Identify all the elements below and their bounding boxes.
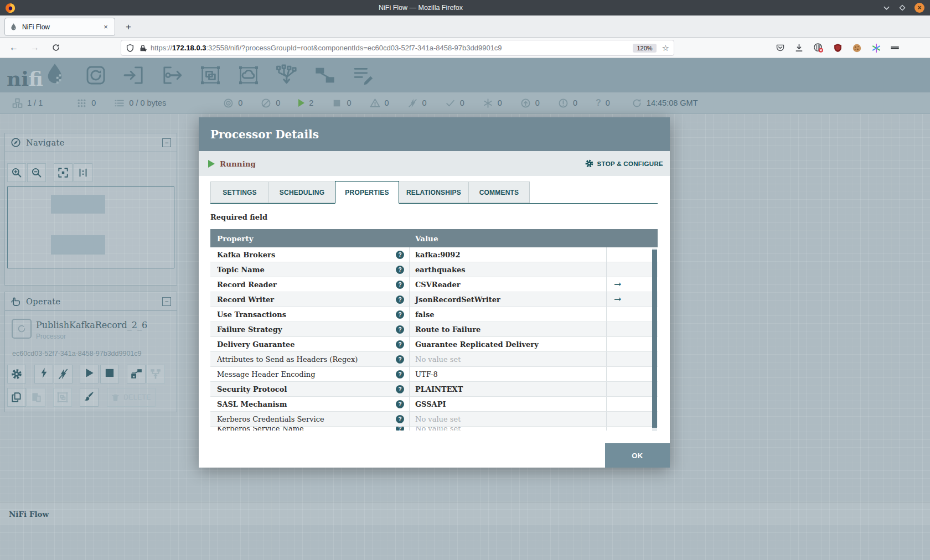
help-icon[interactable]: ? (396, 355, 404, 364)
label-icon[interactable] (352, 64, 375, 87)
tab-properties[interactable]: PROPERTIES (335, 181, 399, 204)
go-to-service-cell[interactable]: → (607, 292, 658, 307)
process-group-icon[interactable] (199, 64, 222, 87)
zoom-level-badge[interactable]: 120% (633, 44, 656, 53)
close-icon[interactable]: × (914, 3, 924, 13)
property-row[interactable]: Failure Strategy?Route to Failure (210, 322, 658, 337)
start-button[interactable] (80, 365, 99, 383)
group-button[interactable] (53, 388, 72, 407)
create-template-button[interactable] (127, 365, 146, 383)
tab-relationships[interactable]: RELATIONSHIPS (399, 182, 469, 203)
pocket-icon[interactable] (776, 43, 785, 53)
help-icon[interactable]: ? (396, 415, 404, 423)
containers-asterisk-icon[interactable] (871, 43, 881, 53)
stop-button[interactable] (100, 365, 119, 383)
url-bar[interactable]: https://172.18.0.3:32558/nifi/?processGr… (121, 40, 674, 56)
help-icon[interactable]: ? (396, 295, 404, 304)
disable-button[interactable] (54, 365, 73, 383)
property-row[interactable]: Message Header Encoding?UTF-8 (210, 367, 658, 382)
stop-and-configure-button[interactable]: STOP & CONFIGURE (585, 159, 663, 168)
bookmark-star-icon[interactable]: ☆ (662, 43, 669, 53)
property-row[interactable]: Topic Name?earthquakes (210, 262, 658, 277)
help-icon[interactable]: ? (396, 310, 404, 319)
minimize-chevron-icon[interactable] (883, 4, 890, 12)
collapse-navigate-button[interactable]: − (162, 138, 171, 147)
table-scrollbar[interactable] (652, 248, 657, 431)
property-row[interactable]: SASL Mechanism?GSSAPI (210, 397, 658, 412)
property-row[interactable]: Record Reader?CSVReader→ (210, 277, 658, 292)
go-to-service-cell[interactable]: → (607, 277, 658, 292)
birdseye-minimap[interactable] (7, 186, 174, 268)
help-icon[interactable]: ? (396, 325, 404, 334)
property-row[interactable]: Use Transactions?false (210, 307, 658, 322)
zoom-out-icon[interactable] (27, 163, 46, 182)
lock-warning-icon[interactable] (138, 44, 147, 53)
paste-button[interactable] (27, 388, 45, 407)
cookie-icon[interactable] (852, 43, 862, 53)
property-name: Record Reader? (210, 277, 410, 292)
tab-scheduling[interactable]: SCHEDULING (268, 182, 335, 203)
go-to-service-cell (607, 427, 658, 431)
navigate-panel: Navigate − (4, 133, 177, 286)
property-row[interactable]: Security Protocol?PLAINTEXT (210, 382, 658, 397)
zoom-actual-icon[interactable] (74, 163, 92, 182)
property-row[interactable]: Kerberos Service Name?No value set (210, 427, 658, 431)
tab-settings[interactable]: SETTINGS (210, 182, 269, 203)
go-to-service-icon[interactable]: → (614, 280, 621, 289)
upload-template-button[interactable] (146, 365, 165, 383)
help-icon[interactable]: ? (396, 427, 404, 431)
processor-icon[interactable] (84, 64, 107, 87)
zoom-in-icon[interactable] (7, 163, 26, 182)
go-to-service-icon[interactable]: → (614, 295, 621, 304)
refresh-icon[interactable] (632, 98, 642, 108)
property-row[interactable]: Attributes to Send as Headers (Regex)?No… (210, 352, 658, 367)
output-port-icon[interactable] (161, 64, 184, 87)
tab-comments[interactable]: COMMENTS (468, 182, 530, 203)
close-tab-icon[interactable]: × (101, 23, 110, 31)
help-icon[interactable]: ? (396, 281, 404, 289)
enable-button[interactable] (34, 365, 53, 383)
new-tab-button[interactable]: + (122, 20, 135, 34)
required-field-note: Required field (210, 213, 658, 221)
play-icon (83, 367, 95, 381)
input-port-icon[interactable] (122, 64, 146, 87)
stat-invalid: 0 (370, 98, 389, 108)
browser-tab[interactable]: NiFi Flow × (4, 18, 115, 36)
property-row[interactable]: Record Writer?JsonRecordSetWriter→ (210, 292, 658, 307)
back-icon[interactable]: ← (6, 43, 22, 53)
help-icon[interactable]: ? (396, 251, 404, 259)
shield-permissions-icon[interactable] (126, 44, 135, 53)
configure-button[interactable] (7, 365, 26, 383)
property-row[interactable]: Kerberos Credentials Service?No value se… (210, 412, 658, 427)
go-to-service-cell (607, 322, 658, 336)
ublock-icon[interactable] (833, 43, 843, 53)
privacy-mask-icon[interactable] (813, 43, 824, 53)
reload-icon[interactable] (48, 43, 64, 52)
maximize-diamond-icon[interactable] (899, 4, 906, 11)
change-color-button[interactable] (80, 388, 99, 407)
help-icon[interactable]: ? (396, 400, 404, 408)
forward-icon[interactable]: → (27, 43, 43, 53)
help-icon[interactable]: ? (396, 340, 404, 349)
menu-icon[interactable] (891, 45, 899, 50)
help-icon[interactable]: ? (396, 266, 404, 274)
copy-button[interactable] (7, 388, 26, 407)
component-toolbar (84, 64, 375, 87)
ok-button[interactable]: OK (605, 443, 670, 468)
funnel-icon[interactable] (275, 64, 298, 87)
help-icon[interactable]: ? (396, 385, 404, 393)
template-icon[interactable] (313, 64, 337, 87)
help-icon[interactable]: ? (396, 370, 404, 378)
delete-button[interactable]: DELETE (107, 388, 156, 407)
breadcrumb[interactable]: NiFi Flow (9, 510, 49, 518)
upload-template-icon (149, 368, 162, 380)
scrollbar-thumb[interactable] (652, 250, 657, 428)
collapse-operate-button[interactable]: − (162, 297, 171, 306)
zoom-fit-icon[interactable] (54, 163, 73, 182)
download-icon[interactable] (794, 43, 804, 53)
property-row[interactable]: Kafka Brokers?kafka:9092 (210, 247, 658, 262)
remote-process-group-icon[interactable] (237, 64, 260, 87)
transmitting-icon (223, 98, 234, 108)
stat-locally-modified: 0 (483, 98, 502, 108)
property-row[interactable]: Delivery Guarantee?Guarantee Replicated … (210, 337, 658, 352)
